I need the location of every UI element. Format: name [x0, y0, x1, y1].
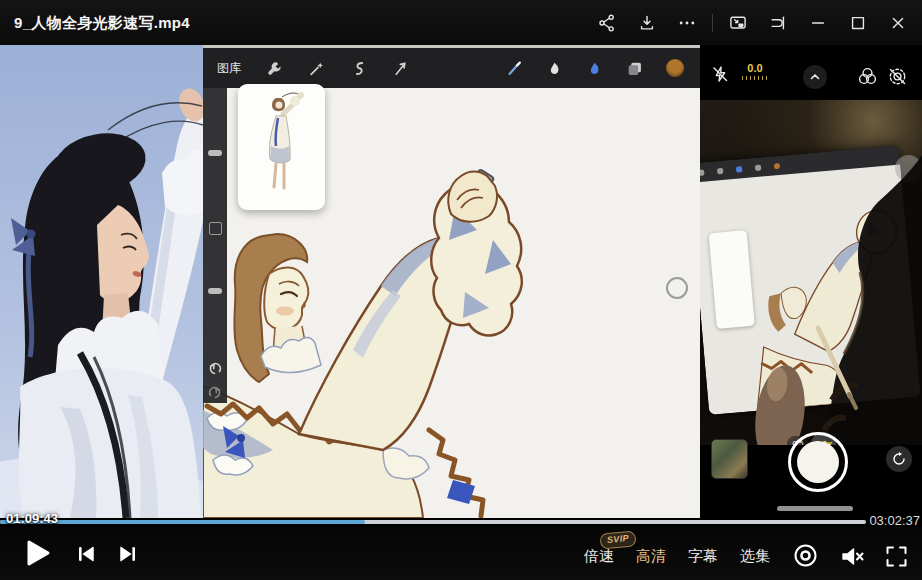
more-button[interactable]	[667, 0, 707, 45]
subtitle-button[interactable]: 字幕	[688, 547, 718, 566]
exposure-meter	[742, 76, 768, 80]
minimize-icon	[808, 13, 828, 33]
video-content[interactable]: 图库	[0, 45, 922, 518]
procreate-toolbar-right	[506, 59, 700, 77]
close-icon	[888, 13, 908, 33]
titlebar[interactable]: 9_人物全身光影速写.mp4	[0, 0, 922, 45]
opacity-slider	[208, 288, 222, 294]
shutter-inner	[797, 441, 839, 483]
phone-recording: 0.5 1.0x 电影效果 视频 照片 人像 全景 0.0	[700, 45, 922, 518]
layers-icon	[626, 60, 643, 77]
reference-sketch-card	[238, 84, 325, 210]
mini-player-icon	[728, 13, 748, 33]
more-icon	[677, 13, 697, 33]
volume-button[interactable]	[839, 543, 866, 570]
flip-camera-button	[886, 446, 912, 472]
progress-bar[interactable]	[0, 517, 922, 527]
dock-side-icon	[768, 13, 788, 33]
photo-art	[0, 45, 203, 518]
photo-library-thumbnail	[711, 439, 748, 479]
procreate-screen: 图库	[203, 45, 700, 518]
total-time: 03:02:37	[869, 513, 920, 528]
selection-icon	[350, 60, 367, 77]
flip-camera-icon	[891, 451, 907, 467]
flash-off-icon	[711, 65, 729, 83]
current-time: 01:09:43	[6, 511, 58, 526]
procreate-gallery-label: 图库	[217, 60, 241, 77]
home-indicator	[777, 506, 853, 511]
camera-top-bar: 0.0	[700, 45, 922, 100]
previous-icon	[74, 542, 98, 566]
reference-photo	[0, 45, 203, 518]
filters-icon	[857, 66, 878, 87]
svip-badge: SVIP	[599, 530, 636, 549]
chevron-up-icon	[808, 70, 822, 84]
video-title: 9_人物全身光影速写.mp4	[14, 0, 190, 45]
exposure-control: 0.0	[740, 62, 770, 80]
live-photo-off-icon	[887, 66, 908, 87]
color-swatch	[666, 59, 684, 77]
share-icon	[597, 13, 617, 33]
maximize-button[interactable]	[838, 0, 878, 45]
share-button[interactable]	[587, 0, 627, 45]
download-icon	[637, 13, 657, 33]
undo-icon	[206, 360, 224, 376]
exposure-value: 0.0	[740, 62, 770, 74]
close-button[interactable]	[878, 0, 918, 45]
maximize-icon	[848, 13, 868, 33]
modify-button	[209, 222, 222, 235]
dock-side-button[interactable]	[758, 0, 798, 45]
brush-cursor	[666, 277, 688, 299]
player-control-bar: 倍速 SVIP 高清 字幕 选集	[0, 527, 922, 580]
camera-viewfinder: 0.5 1.0x 电影效果 视频 照片 人像 全景	[700, 100, 922, 445]
redo-icon	[206, 384, 224, 400]
next-button[interactable]	[116, 542, 140, 566]
hand-and-stylus	[700, 100, 922, 445]
titlebar-buttons	[587, 0, 918, 45]
play-icon	[17, 534, 55, 572]
transform-icon	[392, 60, 409, 77]
smudge-icon	[546, 60, 563, 77]
pointing-finger	[749, 362, 810, 445]
fullscreen-button[interactable]	[883, 543, 910, 570]
wrench-icon	[266, 60, 283, 77]
quality-button[interactable]: 高清	[636, 547, 666, 566]
record-circle-icon	[792, 542, 819, 569]
titlebar-divider	[712, 14, 713, 32]
minimize-button[interactable]	[798, 0, 838, 45]
shutter-button	[788, 432, 848, 492]
episodes-button[interactable]: 选集	[740, 547, 770, 566]
download-button[interactable]	[627, 0, 667, 45]
brush-icon	[506, 60, 523, 77]
next-icon	[116, 542, 140, 566]
brush-size-slider	[208, 150, 222, 156]
eraser-icon	[586, 60, 603, 77]
mini-player-button[interactable]	[718, 0, 758, 45]
adjustments-icon	[308, 60, 325, 77]
video-player-window: 9_人物全身光影速写.mp4	[0, 0, 922, 580]
play-button[interactable]	[17, 534, 55, 572]
procreate-toolbar-left: 图库	[203, 60, 409, 77]
reference-sketch	[238, 84, 325, 210]
drawing-figure	[203, 169, 522, 518]
camera-options-button	[803, 65, 827, 89]
previous-button[interactable]	[74, 542, 98, 566]
fullscreen-icon	[883, 543, 910, 570]
record-circle-button[interactable]	[792, 542, 819, 569]
speed-button[interactable]: 倍速	[584, 547, 614, 566]
volume-muted-icon	[839, 543, 866, 570]
procreate-toolbar: 图库	[203, 48, 700, 88]
procreate-sidebar	[203, 88, 227, 403]
